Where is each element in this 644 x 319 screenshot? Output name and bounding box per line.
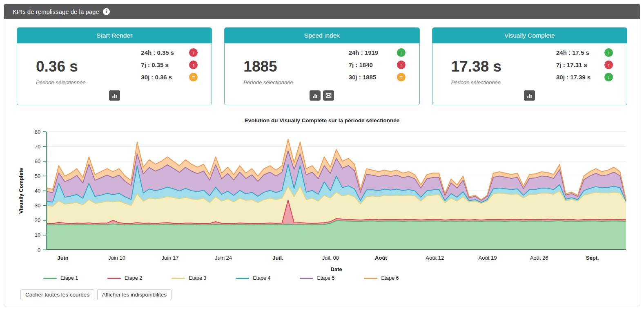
series-areas xyxy=(47,139,626,250)
x-axis: JuinJuin 10Juin 17Juin 24Juil.Juil. 08Ao… xyxy=(47,250,626,272)
svg-text:10: 10 xyxy=(35,232,41,238)
trend-up-icon: ↑ xyxy=(189,61,198,69)
trend-up-icon: ↑ xyxy=(397,61,406,69)
bar-chart-button[interactable] xyxy=(524,90,535,101)
bar-chart-icon xyxy=(526,92,533,99)
chart-controls: Cacher toutes les courbesAfficher les in… xyxy=(4,281,640,306)
trend-row: 24h : 17.5 s↓ xyxy=(556,48,613,57)
legend-label: Etape 5 xyxy=(317,275,334,281)
svg-text:Août 19: Août 19 xyxy=(478,255,497,261)
film-button[interactable] xyxy=(323,90,334,101)
bar-chart-icon xyxy=(111,92,118,99)
legend-item-etape-5[interactable]: Etape 5 xyxy=(300,275,334,281)
trend-label: 24h : 1919 xyxy=(349,49,390,56)
svg-text:30: 30 xyxy=(35,202,41,209)
legend-swatch xyxy=(364,278,377,279)
kpi-caption: Période sélectionnée xyxy=(451,79,501,85)
legend-label: Etape 2 xyxy=(125,275,142,281)
trend-list: 24h : 17.5 s↓7j : 17.31 s↑30j : 17.39 s↓ xyxy=(556,48,613,81)
trend-label: 7j : 0.35 s xyxy=(141,61,183,68)
kpi-card-start-render: Start Render0.36 sPériode sélectionnée24… xyxy=(17,27,212,105)
trend-label: 30j : 17.39 s xyxy=(556,74,598,81)
kpi-caption: Période sélectionnée xyxy=(243,79,293,85)
svg-text:Juin 24: Juin 24 xyxy=(215,255,232,261)
show-unavailability-button[interactable]: Afficher les indisponibilités xyxy=(97,289,172,300)
trend-row: 7j : 1840↑ xyxy=(349,61,406,69)
svg-text:Août 26: Août 26 xyxy=(530,255,548,261)
trend-row: 24h : 0.35 s↑ xyxy=(141,48,198,57)
legend-item-etape-4[interactable]: Etape 4 xyxy=(236,275,270,281)
y-axis: 01020304050607080Visually Complete xyxy=(18,129,47,253)
trend-up-icon: ↑ xyxy=(189,48,198,57)
x-axis-title: Date xyxy=(330,266,342,272)
svg-text:20: 20 xyxy=(35,217,41,223)
legend-swatch xyxy=(107,278,121,279)
legend-label: Etape 3 xyxy=(189,275,206,281)
svg-text:Août 12: Août 12 xyxy=(426,255,444,261)
trend-row: 24h : 1919↓ xyxy=(349,48,406,57)
trend-down-icon: ↓ xyxy=(397,48,406,57)
card-body: 0.36 sPériode sélectionnée24h : 0.35 s↑7… xyxy=(17,43,212,105)
kpi-panel: KPIs de remplissage de la page i Start R… xyxy=(4,4,640,306)
svg-text:50: 50 xyxy=(35,173,41,179)
trend-up-icon: ↑ xyxy=(604,61,613,69)
svg-text:40: 40 xyxy=(35,188,41,194)
kpi-value-block: 1885Période sélectionnée xyxy=(243,58,293,85)
stacked-area-chart[interactable]: 01020304050607080Visually Complete JuinJ… xyxy=(4,125,640,274)
info-icon[interactable]: i xyxy=(103,8,110,15)
legend-swatch xyxy=(172,278,185,279)
bar-chart-icon xyxy=(312,92,318,99)
kpi-caption: Période sélectionnée xyxy=(36,79,85,85)
legend-swatch xyxy=(43,278,57,279)
trend-list: 24h : 1919↓7j : 1840↑30j : 1885= xyxy=(349,48,406,81)
card-actions xyxy=(432,90,627,101)
svg-text:Août: Août xyxy=(375,255,387,261)
trend-label: 30j : 1885 xyxy=(349,74,390,81)
card-title: Visually Complete xyxy=(432,28,627,43)
svg-text:Sept.: Sept. xyxy=(586,255,599,261)
legend-item-etape-2[interactable]: Etape 2 xyxy=(107,275,142,281)
chart-svg[interactable]: 01020304050607080Visually Complete JuinJ… xyxy=(15,125,629,274)
svg-text:Juin 10: Juin 10 xyxy=(108,255,125,261)
film-icon xyxy=(325,92,332,99)
card-actions xyxy=(225,90,419,101)
trend-row: 30j : 1885= xyxy=(349,73,406,81)
svg-text:Juin: Juin xyxy=(58,255,69,261)
trend-list: 24h : 0.35 s↑7j : 0.35 s↑30j : 0.36 s= xyxy=(141,48,198,81)
legend-item-etape-3[interactable]: Etape 3 xyxy=(172,275,206,281)
hide-all-curves-button[interactable]: Cacher toutes les courbes xyxy=(20,289,94,300)
trend-label: 24h : 0.35 s xyxy=(141,49,183,56)
legend-label: Etape 1 xyxy=(60,275,78,281)
panel-title: KPIs de remplissage de la page xyxy=(13,8,99,15)
svg-text:70: 70 xyxy=(35,144,41,150)
trend-label: 24h : 17.5 s xyxy=(556,49,598,56)
card-title: Speed Index xyxy=(225,28,419,43)
kpi-value-block: 0.36 sPériode sélectionnée xyxy=(36,58,85,85)
card-body: 17.38 sPériode sélectionnée24h : 17.5 s↓… xyxy=(432,43,627,105)
bar-chart-button[interactable] xyxy=(310,90,321,101)
legend-label: Etape 6 xyxy=(381,275,399,281)
legend-item-etape-1[interactable]: Etape 1 xyxy=(43,275,78,281)
kpi-value: 17.38 s xyxy=(451,58,501,75)
trend-equal-icon: = xyxy=(397,73,406,81)
legend-swatch xyxy=(300,278,313,279)
svg-text:80: 80 xyxy=(35,129,41,135)
svg-text:Juil.: Juil. xyxy=(272,255,283,261)
kpi-card-speed-index: Speed Index1885Période sélectionnée24h :… xyxy=(224,27,419,105)
chart-title: Evolution du Visually Complete sur la pé… xyxy=(4,117,640,124)
card-actions xyxy=(17,90,212,101)
svg-text:60: 60 xyxy=(35,158,41,164)
card-body: 1885Période sélectionnée24h : 1919↓7j : … xyxy=(225,43,419,105)
legend-item-etape-6[interactable]: Etape 6 xyxy=(364,275,399,281)
svg-text:0: 0 xyxy=(38,247,40,253)
legend-swatch xyxy=(236,278,249,279)
trend-row: 30j : 17.39 s↓ xyxy=(556,73,613,81)
trend-equal-icon: = xyxy=(189,73,198,81)
trend-down-icon: ↓ xyxy=(604,73,613,81)
bar-chart-button[interactable] xyxy=(109,90,120,101)
trend-row: 7j : 17.31 s↑ xyxy=(556,61,613,69)
panel-header: KPIs de remplissage de la page i xyxy=(4,4,640,19)
kpi-value-block: 17.38 sPériode sélectionnée xyxy=(451,58,501,85)
kpi-value: 0.36 s xyxy=(36,58,85,75)
trend-down-icon: ↓ xyxy=(604,48,613,57)
